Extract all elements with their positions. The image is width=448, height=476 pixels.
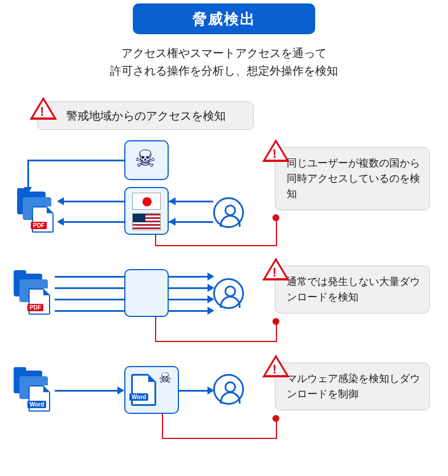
callout-multi-country: 同じユーザーが複数の国から同時アクセスしているのを検知 — [275, 147, 430, 210]
connector-line — [27, 160, 29, 188]
connector-line — [55, 287, 124, 289]
callout-malware-text: マルウェア感染を検知しダウンロードを制御 — [287, 373, 420, 400]
skull-crossbones-icon: ☠ — [135, 147, 156, 171]
callout-region-access: 警戒地域からのアクセスを検知 — [37, 101, 254, 130]
connector-line-red — [276, 418, 277, 439]
flag-usa-icon — [132, 213, 161, 230]
user-icon — [213, 278, 244, 309]
connector-line-red — [155, 235, 156, 246]
arrow-right-icon — [207, 284, 214, 292]
connector-line — [62, 201, 124, 202]
file-stack-pdf: PDF — [14, 274, 51, 315]
callout-bulk-download-text: 通常では発生しない大量ダウンロードを検知 — [287, 276, 420, 303]
connector-line-red — [162, 414, 163, 439]
subtitle: アクセス権やスマートアクセスを通って 許可される操作を分析し、想定外操作を検知 — [0, 44, 448, 80]
alert-bang-icon: ! — [272, 147, 276, 161]
title-text: 脅威検出 — [192, 9, 256, 29]
user-icon — [213, 374, 244, 405]
file-tag-pdf: PDF — [31, 222, 47, 229]
callout-bulk-download: 通常では発生しない大量ダウンロードを検知 — [275, 266, 430, 314]
connector-line-red — [162, 438, 277, 439]
flag-japan-icon — [132, 193, 161, 210]
alert-bang-icon: ! — [40, 104, 44, 119]
file-tag-word: Word — [27, 401, 46, 408]
arrow-down-icon — [24, 187, 32, 194]
title-pill: 脅威検出 — [133, 3, 315, 34]
callout-malware: マルウェア感染を検知しダウンロードを制御 — [275, 363, 430, 410]
process-box — [124, 269, 169, 317]
connector-line — [169, 299, 209, 300]
file-tag-word: Word — [129, 393, 148, 401]
user-icon — [213, 197, 244, 228]
connector-line — [169, 287, 209, 289]
connector-line — [62, 221, 124, 223]
connector-line — [179, 390, 209, 392]
connector-line-red — [155, 245, 277, 246]
arrow-left-icon — [57, 218, 64, 226]
file-stack-word: Word — [14, 371, 51, 412]
word-page-icon: Word — [131, 374, 156, 406]
connector-line — [27, 160, 124, 161]
skull-crossbones-icon: ☠ — [158, 371, 172, 385]
connector-line — [55, 390, 119, 392]
arrow-left-icon — [169, 197, 176, 205]
connector-line — [55, 299, 124, 300]
arrow-left-icon — [57, 197, 64, 205]
diagram-canvas: 脅威検出 アクセス権やスマートアクセスを通って 許可される操作を分析し、想定外操… — [0, 0, 448, 476]
connector-line — [55, 276, 124, 278]
arrow-right-icon — [207, 272, 214, 280]
alert-bang-icon: ! — [272, 265, 276, 280]
arrow-right-icon — [117, 387, 124, 394]
connector-line-red — [155, 341, 277, 342]
callout-region-text: 警戒地域からのアクセスを検知 — [66, 107, 226, 124]
connector-line — [169, 310, 209, 312]
arrow-right-icon — [207, 295, 214, 303]
connector-line-red — [276, 322, 277, 342]
alert-bang-icon: ! — [272, 362, 276, 377]
connector-line — [169, 276, 209, 278]
subtitle-line-1: アクセス権やスマートアクセスを通って — [121, 47, 327, 59]
callout-multi-country-text: 同じユーザーが複数の国から同時アクセスしているのを検知 — [287, 157, 420, 200]
file-stack-pdf: PDF — [17, 192, 55, 233]
connector-line — [55, 310, 124, 312]
connector-line-red — [276, 218, 277, 246]
arrow-right-icon — [207, 387, 214, 394]
connector-line-red — [155, 317, 156, 342]
arrow-right-icon — [207, 307, 214, 315]
subtitle-line-2: 許可される操作を分析し、想定外操作を検知 — [110, 64, 338, 77]
arrow-left-icon — [169, 218, 176, 226]
file-tag-pdf: PDF — [27, 304, 43, 311]
